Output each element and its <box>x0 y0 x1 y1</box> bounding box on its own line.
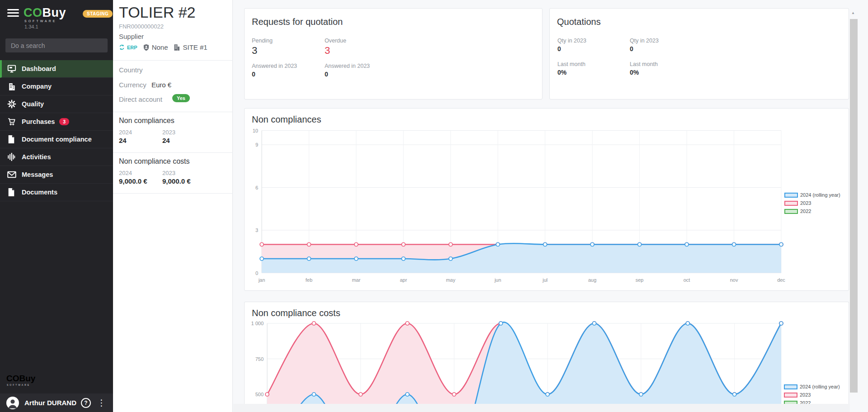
svg-text:oct: oct <box>684 277 690 283</box>
svg-text:feb: feb <box>306 277 312 283</box>
legend-item[interactable]: 2024 (rolling year) <box>784 191 840 199</box>
svg-text:750: 750 <box>255 356 264 362</box>
sidebar: COBuy SOFTWARE 1.34.1 STAGING Dashboard … <box>0 0 113 412</box>
quot-qty-value-1: 0 <box>557 45 561 52</box>
horizontal-scrollbar[interactable] <box>233 404 850 412</box>
staging-badge: STAGING <box>83 10 113 18</box>
svg-text:may: may <box>446 277 455 283</box>
equalizer-icon <box>7 152 17 161</box>
document-icon <box>7 188 17 197</box>
quot-qty-label-2: Qty in 2023 <box>630 38 659 44</box>
quot-lastmonth-label-2: Last month <box>630 61 658 67</box>
svg-text:1 000: 1 000 <box>251 321 264 326</box>
legend-label: 2024 (rolling year) <box>800 192 840 198</box>
page-title: TOLIER #2 <box>119 4 195 21</box>
legend-label: 2024 (rolling year) <box>800 384 840 389</box>
status-group: None <box>143 43 168 51</box>
currency-label: Currency <box>119 81 146 89</box>
svg-text:jan: jan <box>258 277 265 283</box>
status-value: None <box>152 43 168 51</box>
sidebar-item-quality[interactable]: Quality <box>0 95 113 113</box>
scroll-up-icon[interactable]: ▲ <box>851 11 855 15</box>
sidebar-item-company[interactable]: Company <box>0 78 113 95</box>
sidebar-search <box>5 38 108 52</box>
supplier-panel: TOLIER #2 FNR0000000022 Supplier ERP Non… <box>113 0 233 412</box>
quotations-card: Quotations Qty in 2023 0 Qty in 2023 0 L… <box>549 8 849 99</box>
quot-lastmonth-value-2: 0% <box>630 69 639 76</box>
chart1-legend: 2024 (rolling year)20232022 <box>784 191 840 215</box>
divider <box>113 193 233 194</box>
rfq-card-title: Requests for quotation <box>252 17 343 27</box>
non-compliances-title: Non compliances <box>119 117 175 125</box>
sidebar-item-label: Quality <box>22 100 44 108</box>
shield-icon <box>143 44 150 51</box>
rfq-answered-label-1: Answered in 2023 <box>252 63 297 69</box>
svg-text:3: 3 <box>255 227 258 233</box>
nc-costs-chart-card: Non compliance costs 1 000750500 2024 (r… <box>244 302 849 412</box>
svg-text:dec: dec <box>777 277 785 283</box>
erp-sync-badge: ERP <box>118 44 137 50</box>
gear-icon <box>7 99 17 109</box>
user-bar: Arthur DURAND ? ⋮ <box>0 393 113 412</box>
search-input[interactable] <box>5 38 108 52</box>
sidebar-item-label: Company <box>22 83 52 90</box>
kebab-menu-icon[interactable]: ⋮ <box>97 398 106 407</box>
svg-text:500: 500 <box>255 392 264 397</box>
app-version: 1.34.1 <box>24 24 38 29</box>
menu-icon[interactable] <box>7 9 19 17</box>
legend-item[interactable]: 2024 (rolling year) <box>784 383 840 391</box>
nc-costs-title: Non compliance costs <box>119 157 190 166</box>
nc-2023-label: 2023 <box>162 129 175 136</box>
svg-text:9: 9 <box>255 142 258 147</box>
main-content: Requests for quotation Pending 3 Overdue… <box>233 0 868 412</box>
rfq-card: Requests for quotation Pending 3 Overdue… <box>244 8 542 99</box>
svg-text:jun: jun <box>494 277 501 283</box>
scrollbar-thumb[interactable] <box>850 19 858 393</box>
svg-text:mar: mar <box>352 277 360 283</box>
sidebar-item-purchases[interactable]: Purchases 3 <box>0 113 113 131</box>
supplier-badges: ERP None SITE #1 <box>118 43 213 51</box>
country-label: Country <box>119 66 143 74</box>
sidebar-item-label: Purchases <box>22 118 55 125</box>
sidebar-item-label: Dashboard <box>22 65 56 72</box>
app-logo: COBuy <box>24 6 66 20</box>
ncc-2023-value: 9,000.0 € <box>162 177 191 185</box>
legend-swatch <box>784 393 797 398</box>
document-icon <box>7 135 17 144</box>
nc-2024-value: 24 <box>119 137 127 144</box>
avatar[interactable] <box>6 397 19 409</box>
legend-item[interactable]: 2023 <box>784 199 840 207</box>
quot-qty-value-2: 0 <box>630 45 633 52</box>
sidebar-item-document-compliance[interactable]: Document compliance <box>0 131 113 148</box>
svg-text:sep: sep <box>636 277 644 283</box>
sidebar-item-documents[interactable]: Documents <box>0 184 113 201</box>
help-icon[interactable]: ? <box>81 398 91 408</box>
footer-logo-subtitle: SOFTWARE <box>7 384 30 386</box>
building-icon <box>173 44 180 51</box>
sidebar-item-label: Documents <box>22 189 57 196</box>
quot-lastmonth-label-1: Last month <box>557 61 585 67</box>
legend-item[interactable]: 2023 <box>784 391 840 399</box>
rfq-overdue-label: Overdue <box>325 38 346 44</box>
supplier-type: Supplier <box>119 33 144 40</box>
quotations-card-title: Quotations <box>557 17 601 27</box>
sidebar-item-activities[interactable]: Activities <box>0 148 113 166</box>
vertical-scrollbar[interactable]: ▲ <box>850 0 858 412</box>
direct-account-label: Direct account <box>119 95 162 103</box>
sidebar-nav: Dashboard Company Quality Purchases 3 <box>0 60 113 201</box>
company-icon <box>7 82 17 91</box>
svg-text:jul: jul <box>542 277 547 283</box>
non-compliances-chart: 109630janfebmaraprmayjunjulaugsepoctnovd… <box>245 109 849 291</box>
quot-qty-label-1: Qty in 2023 <box>557 38 586 44</box>
direct-account-badge: Yes <box>172 94 190 102</box>
divider <box>113 60 233 61</box>
sync-icon <box>118 44 125 50</box>
legend-item[interactable]: 2022 <box>784 207 840 215</box>
sidebar-item-messages[interactable]: Messages <box>0 166 113 184</box>
ncc-2023-label: 2023 <box>162 170 175 176</box>
rfq-answered-value-1: 0 <box>252 71 255 78</box>
svg-text:6: 6 <box>255 185 258 190</box>
sidebar-item-dashboard[interactable]: Dashboard <box>0 60 113 78</box>
svg-text:nov: nov <box>730 277 738 283</box>
divider <box>113 112 233 112</box>
